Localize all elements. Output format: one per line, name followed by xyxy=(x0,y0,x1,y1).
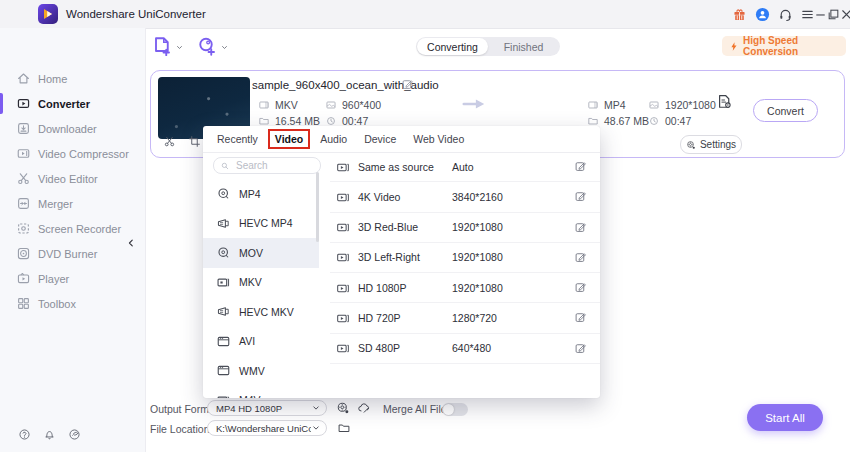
chevron-down-icon xyxy=(175,43,184,52)
add-from-device-button[interactable] xyxy=(197,36,229,56)
resolution-item-hd-720p[interactable]: HD 720P1280*720 xyxy=(330,303,600,333)
edit-icon[interactable] xyxy=(574,190,587,203)
feedback-icon[interactable] xyxy=(68,428,81,441)
merger-icon xyxy=(16,196,31,211)
format-tab-video[interactable]: Video xyxy=(275,133,303,145)
sidebar-nav: HomeConverterDownloaderVideo CompressorV… xyxy=(0,66,145,316)
sidebar-item-converter[interactable]: Converter xyxy=(0,91,145,116)
downloader-icon xyxy=(16,121,31,136)
gift-icon[interactable] xyxy=(731,6,748,23)
film-icon xyxy=(216,393,231,398)
recorder-icon xyxy=(16,221,31,236)
add-file-button[interactable] xyxy=(152,36,184,56)
video-icon xyxy=(336,190,351,205)
video-icon xyxy=(336,311,351,326)
window-icon xyxy=(216,363,231,378)
sidebar-item-toolbox[interactable]: Toolbox xyxy=(0,291,145,316)
sidebar-footer xyxy=(0,428,163,448)
format-item-wmv[interactable]: WMV xyxy=(203,356,319,386)
sidebar-item-player[interactable]: Player xyxy=(0,266,145,291)
target-format: MP4 xyxy=(587,99,626,111)
video-icon xyxy=(336,250,351,265)
add-file-icon xyxy=(152,36,172,56)
sidebar-collapse-handle[interactable] xyxy=(126,236,138,250)
home-icon xyxy=(16,71,31,86)
crop-icon[interactable] xyxy=(188,135,201,148)
sidebar-item-merger[interactable]: Merger xyxy=(0,191,145,216)
format-item-avi[interactable]: AVI xyxy=(203,327,319,357)
help-icon[interactable] xyxy=(18,428,31,441)
chevron-down-icon xyxy=(220,43,229,52)
edit-icon[interactable] xyxy=(574,221,587,234)
bell-icon[interactable] xyxy=(43,428,56,441)
dvd-icon xyxy=(16,246,31,261)
format-select-panel: RecentlyVideoAudioDeviceWeb Video MP4HEV… xyxy=(203,126,600,398)
hevc-icon xyxy=(216,216,231,231)
format-tab-recently[interactable]: Recently xyxy=(217,133,258,145)
resolution-item-3d-red-blue[interactable]: 3D Red-Blue1920*1080 xyxy=(330,213,600,243)
close-button[interactable] xyxy=(838,6,850,23)
sidebar-item-video-compressor[interactable]: Video Compressor xyxy=(0,141,145,166)
app-window: Wondershare UniConverter HomeConverterDo… xyxy=(0,0,850,452)
title-bar: Wondershare UniConverter xyxy=(0,0,850,29)
format-search xyxy=(213,157,321,174)
format-item-mp4[interactable]: MP4 xyxy=(203,179,319,209)
format-tab-audio[interactable]: Audio xyxy=(320,133,347,145)
hevc-icon xyxy=(216,304,231,319)
start-all-button[interactable]: Start All xyxy=(747,404,823,431)
resolution-item-3d-left-right[interactable]: 3D Left-Right1920*1080 xyxy=(330,243,600,273)
sidebar-item-dvd-burner[interactable]: DVD Burner xyxy=(0,241,145,266)
resolution-item-sd-480p[interactable]: SD 480P640*480 xyxy=(330,334,600,364)
format-item-mkv[interactable]: MKV xyxy=(203,268,319,298)
filmstrip-icon xyxy=(587,99,599,111)
format-tab-device[interactable]: Device xyxy=(364,133,396,145)
high-speed-conversion-badge[interactable]: High Speed Conversion xyxy=(722,36,846,56)
account-icon[interactable] xyxy=(754,6,771,23)
format-item-mov[interactable]: MOV xyxy=(203,238,319,268)
tab-converting[interactable]: Converting xyxy=(417,38,488,55)
sidebar-item-video-editor[interactable]: Video Editor xyxy=(0,166,145,191)
output-file-settings-icon[interactable] xyxy=(716,93,733,110)
format-item-hevc-mkv[interactable]: HEVC MKV xyxy=(203,297,319,327)
edit-icon[interactable] xyxy=(574,160,587,173)
trim-scissors-icon[interactable] xyxy=(163,135,176,148)
format-panel-tabs: RecentlyVideoAudioDeviceWeb Video xyxy=(203,126,464,152)
settings-button[interactable]: Settings xyxy=(680,135,742,154)
sidebar-item-home[interactable]: Home xyxy=(0,66,145,91)
sidebar-item-downloader[interactable]: Downloader xyxy=(0,116,145,141)
tab-finished[interactable]: Finished xyxy=(488,38,559,55)
resolution-item-hd-1080p[interactable]: HD 1080P1920*1080 xyxy=(330,273,600,303)
file-location-dropdown[interactable]: K:\Wondershare UniConverter xyxy=(207,420,327,436)
output-format-dropdown[interactable]: MP4 HD 1080P xyxy=(207,400,327,416)
window-icon xyxy=(216,334,231,349)
open-folder-icon[interactable] xyxy=(337,421,351,435)
convert-button[interactable]: Convert xyxy=(753,99,818,122)
format-tab-web-video[interactable]: Web Video xyxy=(413,133,464,145)
sidebar-item-screen-recorder[interactable]: Screen Recorder xyxy=(0,216,145,241)
format-list-scrollbar[interactable] xyxy=(316,172,319,242)
search-input[interactable] xyxy=(234,159,310,172)
resolution-item-4k-video[interactable]: 4K Video3840*2160 xyxy=(330,182,600,212)
frame-icon xyxy=(648,99,660,111)
edit-icon[interactable] xyxy=(574,342,587,355)
edit-icon[interactable] xyxy=(574,251,587,264)
support-headset-icon[interactable] xyxy=(777,6,794,23)
clock-icon xyxy=(648,115,660,127)
format-list: MP4HEVC MP4MOVMKVHEVC MKVAVIWMVM4V xyxy=(203,179,319,398)
rename-edit-icon[interactable] xyxy=(401,78,414,91)
format-item-m4v[interactable]: M4V xyxy=(203,386,319,399)
lightning-bolt-icon xyxy=(729,41,739,52)
edit-icon[interactable] xyxy=(574,281,587,294)
edit-icon[interactable] xyxy=(574,311,587,324)
add-device-icon xyxy=(197,36,217,56)
cloud-icon[interactable] xyxy=(357,401,371,415)
source-resolution: 960*400 xyxy=(325,99,381,111)
video-icon xyxy=(336,160,351,175)
resolution-item-same-as-source[interactable]: Same as sourceAuto xyxy=(330,152,600,182)
compressor-icon xyxy=(16,146,31,161)
format-item-hevc-mp4[interactable]: HEVC MP4 xyxy=(203,209,319,239)
merge-all-files-toggle[interactable] xyxy=(442,403,468,416)
gear-icon xyxy=(686,140,696,150)
source-format: MKV xyxy=(258,99,298,111)
conversion-settings-gear-icon[interactable] xyxy=(336,401,350,415)
